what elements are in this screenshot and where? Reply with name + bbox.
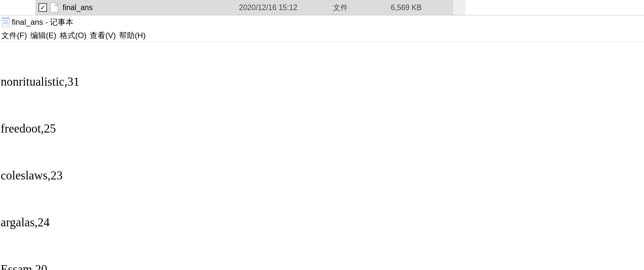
- explorer-left-gutter: [0, 0, 35, 15]
- file-date: 2020/12/16 15:12: [239, 3, 297, 12]
- menu-edit[interactable]: 编辑(E): [30, 29, 59, 42]
- notepad-title-text: final_ans - 记事本: [12, 17, 73, 27]
- file-size: 6,569 KB: [389, 3, 422, 12]
- file-type: 文件: [333, 3, 348, 13]
- text-line: freedoot,25: [1, 121, 643, 136]
- text-line: coleslaws,23: [1, 168, 643, 183]
- file-row-checkbox[interactable]: ✓: [38, 3, 47, 12]
- file-row[interactable]: ✓ final_ans 2020/12/16 15:12 文件 6,569 KB: [35, 0, 453, 15]
- file-name: final_ans: [63, 3, 93, 12]
- menu-format[interactable]: 格式(O): [59, 29, 89, 42]
- explorer-far-right: [466, 0, 644, 15]
- explorer-scrollbar[interactable]: [453, 0, 466, 15]
- text-line: Essam,20: [1, 262, 643, 270]
- notepad-window: final_ans - 记事本 文件(F) 编辑(E) 格式(O) 查看(V) …: [0, 15, 644, 270]
- menu-help[interactable]: 帮助(H): [118, 29, 148, 42]
- explorer-strip: ✓ final_ans 2020/12/16 15:12 文件 6,569 KB: [0, 0, 644, 15]
- notepad-titlebar[interactable]: final_ans - 记事本: [0, 15, 644, 29]
- file-icon: [50, 3, 58, 12]
- notepad-app-icon: [2, 17, 10, 27]
- menu-file[interactable]: 文件(F): [1, 29, 30, 42]
- notepad-text-area[interactable]: nonritualistic,31 freedoot,25 coleslaws,…: [0, 42, 644, 270]
- menu-view[interactable]: 查看(V): [89, 29, 118, 42]
- text-line: argalas,24: [1, 215, 643, 230]
- notepad-menubar: 文件(F) 编辑(E) 格式(O) 查看(V) 帮助(H): [0, 29, 644, 42]
- text-line: nonritualistic,31: [1, 74, 643, 90]
